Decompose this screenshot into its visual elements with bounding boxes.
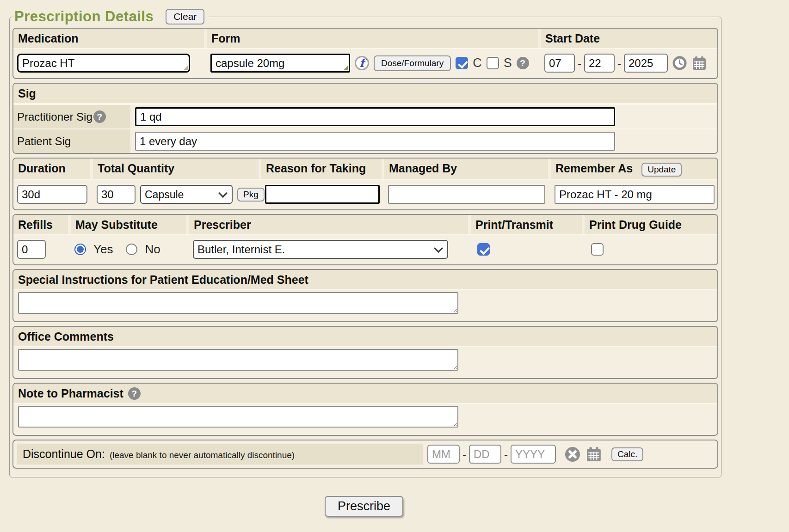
print-transmit-cell [471,235,582,264]
practitioner-sig-cell [133,105,717,128]
substitute-yes-radio[interactable] [74,244,86,255]
duration-input[interactable] [17,185,87,204]
page-title: Prescription Details [14,8,154,25]
form-input[interactable] [210,54,350,73]
quantity-unit-select[interactable]: Capsule [140,185,233,204]
date-separator: - [578,57,581,70]
start-day-input[interactable] [584,54,615,73]
update-button[interactable]: Update [641,163,682,177]
substitute-no-label: No [145,242,160,257]
remember-as-label: Remember As [555,162,633,175]
refills-header-row: Refills May Substitute Prescriber Print/… [13,215,717,235]
start-date-label: Start Date [541,29,717,48]
controlled-substance-checkbox[interactable] [456,57,468,69]
practitioner-sig-label-cell: Practitioner Sig ? [13,105,130,128]
reason-cell [261,180,382,209]
discontinue-hint: (leave blank to never automatically disc… [110,450,295,460]
office-comments-cell [13,347,717,378]
prescribe-button[interactable]: Prescribe [325,496,403,517]
clear-button[interactable]: Clear [166,9,204,24]
note-to-pharmacist-header-row: Note to Pharmacist ? [13,384,717,404]
remember-as-input[interactable] [555,185,715,204]
reason-input[interactable] [265,185,380,204]
fieldset-legend: Prescription Details Clear [13,8,209,25]
duration-label: Duration [13,159,90,179]
substitute-no-radio[interactable] [126,244,137,255]
managed-by-input[interactable] [388,185,545,204]
remember-as-cell [551,180,717,209]
clock-icon[interactable] [672,56,687,70]
prescriber-select[interactable]: Butler, Internist E. [193,240,448,259]
may-substitute-cell: Yes No [71,235,186,264]
print-drug-guide-cell [585,235,717,264]
discontinue-day-input[interactable] [469,445,501,464]
discontinue-label: Discontinue On: [23,447,105,461]
medication-label: Medication [13,29,204,48]
office-comments-textarea[interactable] [18,349,458,371]
duration-header-row: Duration Total Quantity Reason for Takin… [13,159,717,180]
practitioner-sig-help-icon[interactable]: ? [93,110,106,123]
duration-section: Duration Total Quantity Reason for Takin… [12,158,718,210]
calendar-icon[interactable] [691,55,707,71]
clear-date-icon[interactable] [564,446,581,463]
dose-formulary-button[interactable]: Dose/Formulary [374,55,451,71]
prescription-page: Prescription Details Clear Medication Fo… [0,0,789,517]
start-month-input[interactable] [544,54,575,73]
refills-cell [13,235,68,264]
formulary-icon[interactable]: f [355,56,369,70]
prescriber-label: Prescriber [189,215,468,234]
print-drug-guide-checkbox[interactable] [591,243,604,256]
print-transmit-label: Print/Transmit [471,215,582,234]
substitute-checkbox[interactable] [487,57,499,69]
refills-input[interactable] [17,240,46,259]
calc-button[interactable]: Calc. [611,447,643,461]
start-year-input[interactable] [624,54,668,73]
may-substitute-label: May Substitute [71,215,186,234]
discontinue-calendar-icon[interactable] [586,446,602,463]
patient-sig-input[interactable] [135,132,615,151]
practitioner-sig-label: Practitioner Sig [17,110,92,123]
pkg-button[interactable]: Pkg [237,188,265,202]
note-to-pharmacist-textarea[interactable] [18,406,458,428]
patient-sig-label: Patient Sig [17,135,71,148]
note-to-pharmacist-label: Note to Pharmacist [18,387,123,400]
medication-header-row: Medication Form Start Date [13,29,717,49]
patient-sig-cell [133,129,717,153]
sig-header: Sig [13,84,717,104]
practitioner-sig-input[interactable] [135,107,615,126]
note-to-pharmacist-section: Note to Pharmacist ? [12,383,718,436]
discontinue-month-input[interactable] [427,445,460,464]
refills-body-row: Yes No Butler, Internist E. [13,235,717,264]
substitute-checkbox-label: S [504,56,512,70]
medication-input[interactable] [17,54,190,73]
form-cell: f Dose/Formulary C S ? [207,49,538,78]
managed-by-cell [384,180,548,209]
start-date-cell: - - [541,49,717,78]
date-separator: - [617,57,621,70]
quantity-input[interactable] [97,185,136,204]
total-quantity-label: Total Quantity [93,159,259,179]
duration-cell [13,180,90,209]
sig-section: Sig Practitioner Sig ? Patient Sig [12,83,718,154]
discontinue-label-cell: Discontinue On: (leave blank to never au… [17,444,423,465]
practitioner-sig-row: Practitioner Sig ? [13,104,717,128]
remember-as-label-cell: Remember As Update [551,159,717,179]
medication-cell [13,49,204,78]
substitute-yes-label: Yes [93,242,113,257]
medication-section: Medication Form Start Date f Dose/Formul… [12,28,718,79]
print-drug-guide-label: Print Drug Guide [585,215,717,234]
controlled-substance-label: C [473,56,482,70]
reason-label: Reason for Taking [261,159,382,179]
form-label: Form [207,29,538,48]
patient-sig-row: Patient Sig [13,128,717,153]
special-instructions-textarea[interactable] [18,292,458,314]
discontinue-year-input[interactable] [511,445,556,464]
date-separator: - [504,448,508,461]
prescription-details-fieldset: Prescription Details Clear Medication Fo… [9,8,721,477]
note-to-pharmacist-help-icon[interactable]: ? [128,387,141,400]
print-transmit-checkbox[interactable] [477,243,490,256]
discontinue-section: Discontinue On: (leave blank to never au… [12,440,718,469]
refills-label: Refills [13,215,68,234]
special-instructions-cell [13,290,717,321]
form-help-icon[interactable]: ? [517,57,529,69]
